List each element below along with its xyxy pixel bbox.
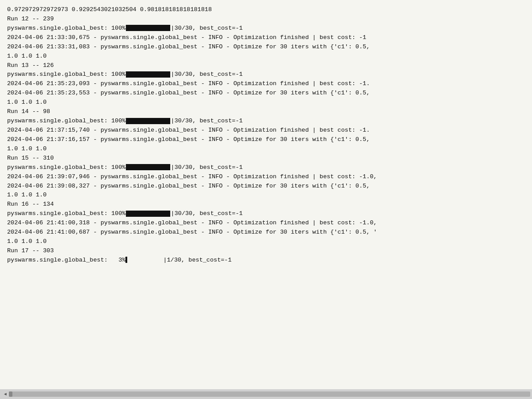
terminal-line: 2024-04-06 21:37:16,157 - pyswarms.singl… [7, 135, 525, 145]
progress-label: pyswarms.single.global_best: 100% [7, 71, 125, 78]
terminal-line: pyswarms.single.global_best: 100% |30/30… [7, 117, 525, 126]
progress-label: pyswarms.single.global_best: 100% [7, 210, 125, 217]
terminal-line: Run 16 -- 134 [7, 200, 525, 209]
terminal-line: 2024-04-06 21:35:23,553 - pyswarms.singl… [7, 89, 525, 98]
progress-label: pyswarms.single.global_best: 100% [7, 25, 125, 31]
terminal-line: 0.972972972972973 0.9292543021032504 0.9… [7, 5, 525, 15]
terminal-line: 2024-04-06 21:33:30,675 - pyswarms.singl… [7, 33, 525, 43]
terminal-line: Run 17 -- 303 [7, 246, 525, 256]
progress-stats: 30/30, best_cost=-1 [174, 25, 243, 31]
terminal-line: Run 15 -- 310 [7, 154, 525, 163]
progress-stats: 30/30, best_cost=-1 [174, 210, 243, 217]
progress-label: pyswarms.single.global_best: 100% [7, 164, 125, 171]
progress-empty [127, 257, 163, 263]
terminal-window: 0.972972972972973 0.9292543021032504 0.9… [0, 0, 532, 399]
progress-bar-filled [126, 71, 170, 78]
scrollbar-track[interactable] [9, 391, 530, 397]
terminal-line: Run 14 -- 98 [7, 107, 525, 117]
terminal-line: 2024-04-06 21:37:15,740 - pyswarms.singl… [7, 126, 525, 135]
progress-bar-filled [126, 211, 170, 217]
terminal-line: 2024-04-06 21:39:08,327 - pyswarms.singl… [7, 182, 525, 191]
progress-label: pyswarms.single.global_best: 100% [7, 117, 125, 124]
terminal-line: 2024-04-06 21:33:31,083 - pyswarms.singl… [7, 43, 525, 52]
progress-stats: 1/30, best_cost=-1 [167, 257, 231, 263]
progress-bar-filled [126, 118, 170, 124]
progress-label: pyswarms.single.global_best: 3% [7, 257, 125, 263]
terminal-line: 1.0 1.0 1.0 [7, 191, 525, 200]
terminal-line: Run 12 -- 239 [7, 15, 525, 24]
terminal-line: 1.0 1.0 1.0 [7, 237, 525, 246]
terminal-line: 2024-04-06 21:35:23,093 - pyswarms.singl… [7, 79, 525, 89]
terminal-line: 1.0 1.0 1.0 [7, 145, 525, 154]
terminal-line: pyswarms.single.global_best: 100% |30/30… [7, 209, 525, 219]
terminal-line: pyswarms.single.global_best: 3% |1/30, b… [7, 256, 525, 265]
progress-stats: 30/30, best_cost=-1 [174, 164, 243, 171]
terminal-output: 0.972972972972973 0.9292543021032504 0.9… [7, 5, 525, 380]
terminal-line: pyswarms.single.global_best: 100% |30/30… [7, 70, 525, 79]
terminal-line: 1.0 1.0 1.0 [7, 98, 525, 107]
terminal-line: 2024-04-06 21:41:00,318 - pyswarms.singl… [7, 219, 525, 228]
scrollbar-thumb[interactable] [9, 391, 12, 397]
progress-stats: 30/30, best_cost=-1 [174, 117, 243, 124]
progress-stats: 30/30, best_cost=-1 [174, 71, 243, 78]
terminal-line: 1.0 1.0 1.0 [7, 52, 525, 61]
terminal-line: Run 13 -- 126 [7, 61, 525, 70]
terminal-line: pyswarms.single.global_best: 100% |30/30… [7, 163, 525, 172]
progress-bar-filled [126, 164, 170, 170]
terminal-line: 2024-04-06 21:41:00,687 - pyswarms.singl… [7, 228, 525, 237]
terminal-line: pyswarms.single.global_best: 100% |30/30… [7, 24, 525, 33]
horizontal-scrollbar[interactable]: ◄ [0, 389, 532, 399]
scroll-left-arrow[interactable]: ◄ [2, 391, 9, 398]
terminal-line: 2024-04-06 21:39:07,946 - pyswarms.singl… [7, 172, 525, 182]
progress-bar-filled [126, 25, 170, 31]
